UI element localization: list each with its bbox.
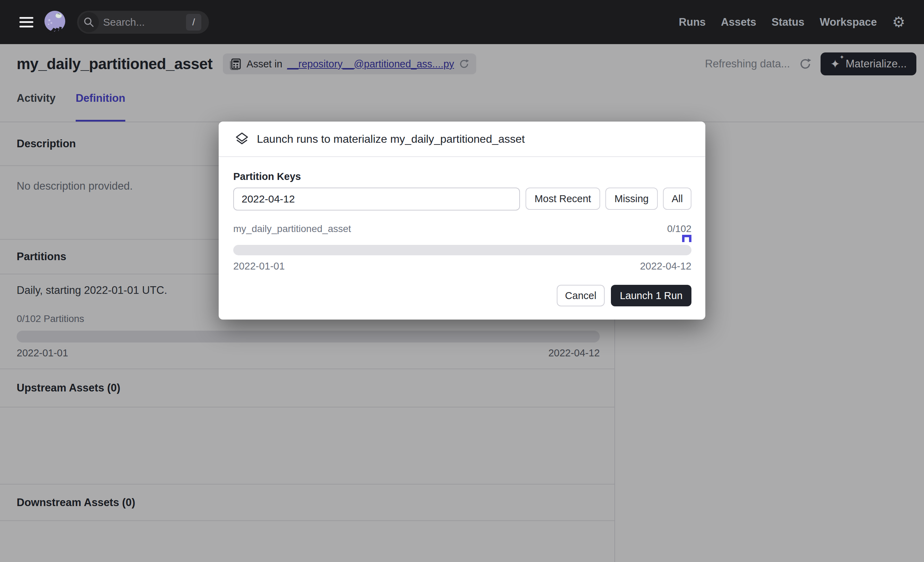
partition-key-input[interactable] [233,188,520,210]
hamburger-menu-icon[interactable] [20,17,33,27]
all-button[interactable]: All [663,188,692,210]
launch-run-button[interactable]: Launch 1 Run [611,285,692,307]
launch-runs-dialog: Launch runs to materialize my_daily_part… [219,122,705,320]
most-recent-button[interactable]: Most Recent [525,188,600,210]
partition-keys-label: Partition Keys [233,171,301,182]
top-nav-bar: / Runs Assets Status Workspace ⚙ [0,0,924,44]
asset-layers-icon [235,132,249,146]
dialog-progress-count: 0/102 [667,223,692,234]
dagster-logo[interactable] [41,8,69,36]
dialog-asset-name: my_daily_partitioned_asset [233,223,351,234]
search-shortcut-badge: / [186,14,201,30]
dialog-range-end: 2022-04-12 [640,260,692,272]
dialog-footer: Cancel Launch 1 Run [557,285,692,307]
nav-links: Runs Assets Status Workspace ⚙ [679,15,924,30]
partition-health-row: my_daily_partitioned_asset 0/102 [233,223,692,234]
selected-partition-marker [682,235,692,242]
dialog-header: Launch runs to materialize my_daily_part… [219,122,705,157]
dialog-title: Launch runs to materialize my_daily_part… [257,133,525,146]
nav-link-runs[interactable]: Runs [679,16,706,29]
search-icon [79,12,99,32]
nav-link-workspace[interactable]: Workspace [820,16,877,29]
dialog-partition-bar[interactable] [233,245,692,255]
gear-icon[interactable]: ⚙ [892,15,905,30]
dialog-range-start: 2022-01-01 [233,260,285,272]
nav-link-status[interactable]: Status [772,16,805,29]
missing-button[interactable]: Missing [605,188,658,210]
global-search: / [77,11,209,34]
dagster-app: / Runs Assets Status Workspace ⚙ my_dail… [0,0,924,562]
partition-key-controls: Most Recent Missing All [233,188,692,210]
cancel-button[interactable]: Cancel [557,285,604,307]
nav-link-assets[interactable]: Assets [721,16,756,29]
search-input[interactable] [99,17,237,28]
